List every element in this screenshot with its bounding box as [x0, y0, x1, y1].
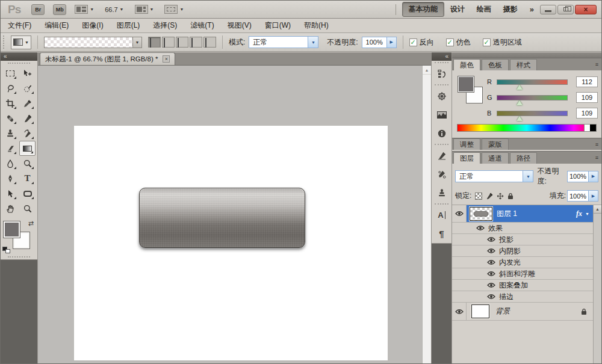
layer-name[interactable]: 图层 1	[497, 209, 517, 219]
path-selection-tool[interactable]	[2, 186, 18, 201]
blend-mode-select[interactable]: 正常 ▼	[249, 36, 318, 48]
tab-layers[interactable]: 图层	[453, 152, 480, 164]
tab-channels[interactable]: 通道	[482, 152, 509, 164]
layer-row-layer1[interactable]: 图层 1 fx ▼	[452, 205, 593, 223]
eye-icon[interactable]	[487, 236, 495, 242]
effect-row-drop-shadow[interactable]: 投影	[452, 234, 593, 245]
eye-icon[interactable]	[476, 225, 485, 231]
panel-menu-icon[interactable]: ≡	[595, 155, 598, 161]
menu-layer[interactable]: 图层(L)	[117, 20, 140, 31]
layer-name[interactable]: 背景	[495, 306, 510, 316]
tab-color[interactable]: 颜色	[453, 59, 480, 70]
linear-gradient-button[interactable]	[148, 37, 161, 48]
lock-transparency-icon[interactable]	[475, 193, 482, 200]
healing-brush-tool[interactable]	[2, 111, 18, 126]
workspace-overflow-button[interactable]: »	[530, 5, 534, 14]
arrange-documents-button[interactable]: ▼	[135, 5, 154, 14]
move-tool[interactable]	[19, 66, 36, 81]
angle-gradient-button[interactable]	[176, 37, 188, 48]
blur-tool[interactable]	[2, 156, 18, 171]
reverse-checkbox[interactable]: ✓ 反向	[409, 37, 434, 48]
layer-opacity-value[interactable]: 100%	[567, 171, 589, 182]
color-spectrum-ramp[interactable]	[457, 124, 597, 132]
document-tab[interactable]: 未标题-1 @ 66.7% (图层 1, RGB/8) * ×	[40, 52, 175, 65]
opacity-arrow-button[interactable]: ▶	[387, 37, 397, 48]
gradient-editor-well[interactable]: ▼	[44, 37, 142, 48]
fill-control[interactable]: 100% ▶	[567, 190, 598, 202]
visibility-cell[interactable]	[452, 205, 467, 222]
tab-adjustments[interactable]: 调整	[453, 138, 480, 150]
eye-icon[interactable]	[487, 259, 495, 265]
bridge-button[interactable]: Br	[31, 4, 45, 15]
swap-colors-icon[interactable]: ⇄	[28, 220, 34, 227]
canvas-vertical-scrollbar[interactable]: ▲	[422, 66, 431, 363]
panel-menu-icon[interactable]: ≡	[595, 141, 598, 147]
tool-preset-picker[interactable]: ▼	[11, 35, 31, 49]
menu-edit[interactable]: 编辑(E)	[45, 20, 69, 31]
lock-pixels-brush-icon[interactable]	[486, 193, 493, 200]
eyedropper-tool[interactable]	[19, 96, 36, 111]
blue-value-input[interactable]: 109	[576, 108, 598, 119]
tab-paths[interactable]: 路径	[510, 152, 537, 164]
visibility-cell[interactable]	[452, 303, 467, 320]
restore-button[interactable]	[557, 5, 574, 14]
foreground-color-swatch[interactable]	[458, 76, 474, 92]
foreground-color-swatch[interactable]	[4, 221, 20, 238]
eye-icon[interactable]	[487, 271, 495, 277]
transparency-checkbox[interactable]: ✓ 透明区域	[483, 37, 522, 48]
histogram-panel-button[interactable]	[432, 105, 452, 124]
close-button[interactable]: ×	[575, 5, 597, 14]
layer-thumbnail[interactable]	[470, 207, 492, 221]
hand-tool[interactable]	[2, 201, 18, 216]
blue-slider[interactable]	[497, 111, 568, 116]
lock-position-icon[interactable]	[497, 193, 504, 200]
panel-dock-header[interactable]	[452, 52, 601, 58]
white-swatch[interactable]	[584, 125, 590, 131]
brush-panel-button[interactable]	[432, 146, 452, 165]
slider-thumb[interactable]	[517, 85, 523, 90]
fill-arrow-button[interactable]: ▶	[589, 190, 598, 202]
fill-value[interactable]: 100%	[567, 190, 589, 202]
crop-tool[interactable]	[2, 96, 18, 111]
clone-stamp-tool[interactable]	[2, 126, 18, 141]
navigator-panel-button[interactable]	[432, 87, 452, 105]
minimize-button[interactable]	[540, 5, 556, 14]
workspace-painting[interactable]: 绘画	[471, 2, 497, 16]
default-colors-icon[interactable]	[2, 247, 10, 253]
dither-checkbox[interactable]: ✓ 仿色	[446, 37, 471, 48]
effect-row-stroke[interactable]: 描边	[452, 291, 593, 303]
dock-collapse-button[interactable]: «	[432, 52, 452, 61]
mini-bridge-button[interactable]: Mb	[53, 4, 66, 15]
opacity-control[interactable]: 100% ▶	[362, 37, 397, 48]
marquee-tool[interactable]	[2, 66, 18, 81]
gradient-tool-selected[interactable]	[19, 141, 36, 156]
scroll-up-icon[interactable]: ▲	[594, 205, 601, 214]
lock-all-icon[interactable]	[507, 193, 514, 200]
scroll-up-icon[interactable]: ▲	[423, 66, 431, 75]
brush-presets-panel-button[interactable]	[432, 165, 452, 184]
info-panel-button[interactable]	[432, 124, 452, 143]
radial-gradient-button[interactable]	[162, 37, 175, 48]
workspace-design[interactable]: 设计	[444, 2, 471, 16]
effects-collapse-icon[interactable]: ▼	[585, 212, 589, 216]
green-slider[interactable]	[497, 95, 568, 100]
zoom-level-control[interactable]: 66.7 ▼	[105, 6, 123, 13]
effect-row-pattern-overlay[interactable]: 图案叠加	[452, 280, 593, 291]
eye-icon[interactable]	[455, 211, 464, 217]
eye-icon[interactable]	[487, 282, 495, 288]
workspace-essentials[interactable]: 基本功能	[402, 2, 444, 17]
slider-thumb[interactable]	[517, 100, 523, 105]
red-slider[interactable]	[497, 79, 568, 85]
quick-selection-tool[interactable]	[19, 81, 36, 96]
menu-image[interactable]: 图像(I)	[82, 20, 103, 31]
layers-scrollbar[interactable]: ▲	[593, 205, 601, 363]
layer-thumbnail[interactable]	[471, 304, 489, 318]
eye-icon[interactable]	[455, 309, 464, 315]
eye-icon[interactable]	[487, 294, 495, 300]
fx-badge[interactable]: fx	[576, 209, 582, 218]
effect-row-inner-shadow[interactable]: 内阴影	[452, 245, 593, 257]
clone-source-panel-button[interactable]	[432, 184, 452, 202]
dodge-tool[interactable]	[19, 156, 36, 171]
opacity-arrow-button[interactable]: ▶	[589, 171, 598, 182]
menu-select[interactable]: 选择(S)	[153, 20, 177, 31]
